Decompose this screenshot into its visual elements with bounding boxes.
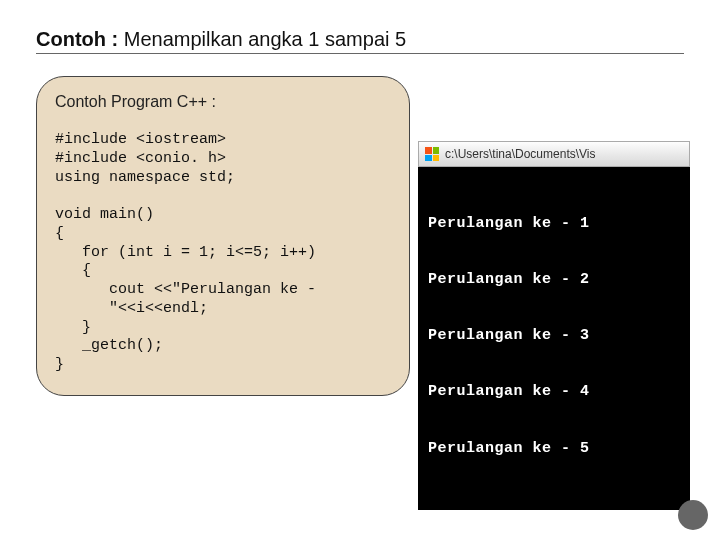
console-output: Perulangan ke - 1 Perulangan ke - 2 Peru… — [418, 167, 690, 510]
title-section: Contoh : Menampilkan angka 1 sampai 5 — [0, 0, 720, 58]
console-line: Perulangan ke - 5 — [428, 440, 680, 459]
title-rest: Menampilkan angka 1 sampai 5 — [118, 28, 406, 50]
console-line: Perulangan ke - 4 — [428, 383, 680, 402]
code-block: #include <iostream> #include <conio. h> … — [55, 131, 391, 375]
console-line: Perulangan ke - 2 — [428, 271, 680, 290]
output-window: c:\Users\tina\Documents\Vis Perulangan k… — [418, 141, 690, 510]
window-titlebar: c:\Users\tina\Documents\Vis — [418, 141, 690, 167]
titlebar-path: c:\Users\tina\Documents\Vis — [445, 147, 596, 161]
content-area: Contoh Program C++ : #include <iostream>… — [0, 58, 720, 396]
card-heading: Contoh Program C++ : — [55, 93, 391, 111]
code-card: Contoh Program C++ : #include <iostream>… — [36, 76, 410, 396]
console-line: Perulangan ke - 3 — [428, 327, 680, 346]
corner-decoration — [678, 500, 708, 530]
title-underline — [36, 53, 684, 54]
app-icon — [425, 147, 439, 161]
title-bold: Contoh : — [36, 28, 118, 50]
console-line: Perulangan ke - 1 — [428, 215, 680, 234]
page-title: Contoh : Menampilkan angka 1 sampai 5 — [36, 28, 684, 51]
